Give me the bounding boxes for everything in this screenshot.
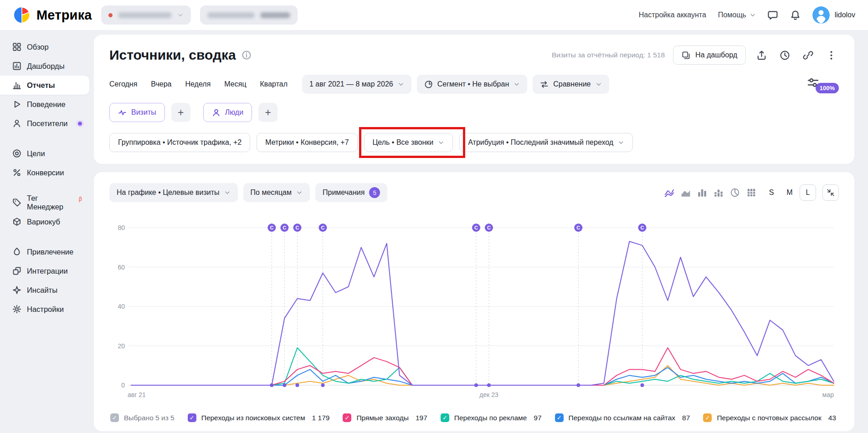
chevron-down-icon xyxy=(398,81,404,87)
sidebar-item-label: Отчеты xyxy=(27,81,55,90)
svg-text:60: 60 xyxy=(118,264,125,271)
compare-select[interactable]: Сравнение xyxy=(533,75,609,94)
chart-size-M[interactable]: M xyxy=(781,184,798,201)
period-tab-0[interactable]: Сегодня xyxy=(109,80,137,88)
add-metric-button[interactable]: + xyxy=(258,103,277,122)
legend-item-4[interactable]: ✓Переходы с почтовых рассылок43 xyxy=(703,413,836,422)
svg-text:C: C xyxy=(270,225,273,230)
chart-type-area-icon[interactable] xyxy=(678,185,694,200)
sidebar-item-label: Тег Менеджер xyxy=(27,194,76,211)
svg-text:C: C xyxy=(487,225,491,230)
period-tab-1[interactable]: Вчера xyxy=(151,80,171,88)
gear-icon xyxy=(12,305,21,314)
sidebar-item-target[interactable]: Цели xyxy=(0,144,89,163)
user-menu[interactable]: lidolov xyxy=(812,6,855,24)
metric-chip-people[interactable]: Люди xyxy=(203,103,252,122)
chart-metric-label: На графике • Целевые визиты xyxy=(117,188,220,197)
add-metric-button[interactable]: + xyxy=(171,103,190,122)
sidebar-item-flame[interactable]: Привлечение xyxy=(0,242,89,261)
sidebar-item-grid[interactable]: Обзор xyxy=(0,37,89,56)
svg-text:C: C xyxy=(282,225,286,230)
filter-chip-2[interactable]: Цель • Все звонки xyxy=(364,133,453,152)
chart-type-pie-icon[interactable] xyxy=(727,185,743,200)
chart-type-stacked-icon[interactable] xyxy=(710,185,727,200)
sampling-control[interactable]: 100% xyxy=(807,76,839,93)
help-label: Помощь xyxy=(718,11,746,19)
filter-chips-row: Группировка • Источник трафика, +2Метрик… xyxy=(109,133,839,152)
info-icon[interactable] xyxy=(241,50,252,60)
legend-item-3[interactable]: ✓Переходы по ссылкам на сайтах87 xyxy=(555,413,690,422)
chevron-down-icon xyxy=(618,139,624,146)
chart-type-lines-icon[interactable] xyxy=(661,185,678,200)
legend-item-0[interactable]: ✓Переходы из поисковых систем1 179 xyxy=(188,413,330,422)
metric-chip-visits[interactable]: Визиты xyxy=(109,103,165,122)
sidebar-item-label: Настройки xyxy=(27,305,64,314)
traffic-sources-chart[interactable]: 020406080CCCCCCCCавг 21дек 23мар xyxy=(109,208,839,408)
visits-summary: Визиты за отчётный период: 1 518 xyxy=(552,51,665,59)
svg-text:80: 80 xyxy=(118,224,125,231)
date-range-label: 1 авг 2021 — 8 мар 2026 xyxy=(309,80,393,88)
chart-legend: ✓Выбрано 5 из 5✓Переходы из поисковых си… xyxy=(109,413,839,425)
sidebar-item-percent[interactable]: Конверсии xyxy=(0,163,89,182)
export-icon[interactable] xyxy=(756,50,767,61)
legend-item-1[interactable]: ✓Прямые заходы197 xyxy=(343,413,427,422)
sidebar-item-cube[interactable]: Вариокуб xyxy=(0,212,89,231)
insights-icon xyxy=(12,285,21,295)
filter-chip-label: Цель • Все звонки xyxy=(373,138,434,147)
notes-toggle[interactable]: Примечания 5 xyxy=(315,183,387,202)
chart-metric-select[interactable]: На графике • Целевые визиты xyxy=(109,183,238,202)
date-range-select[interactable]: 1 авг 2021 — 8 мар 2026 xyxy=(302,75,411,94)
checkbox-checked-icon: ✓ xyxy=(188,413,196,422)
collapse-chart-icon[interactable] xyxy=(822,184,839,201)
filter-chip-0[interactable]: Группировка • Источник трафика, +2 xyxy=(109,133,250,152)
chart-size-L[interactable]: L xyxy=(800,184,816,201)
legend-select-all[interactable]: ✓Выбрано 5 из 5 xyxy=(110,413,175,422)
sidebar-item-person[interactable]: Посетители xyxy=(0,114,89,133)
more-menu-icon[interactable] xyxy=(826,50,837,61)
history-icon[interactable] xyxy=(780,50,790,61)
sidebar-item-reports[interactable]: Отчеты xyxy=(0,76,89,95)
help-menu[interactable]: Помощь xyxy=(718,11,756,19)
share-link-icon[interactable] xyxy=(803,50,813,61)
counter-selector-redacted[interactable] xyxy=(101,5,191,25)
chart-type-columns-icon[interactable] xyxy=(743,185,760,200)
sidebar-item-tag[interactable]: Тег Менеджерβ xyxy=(0,193,89,212)
sidebar-item-label: Привлечение xyxy=(27,248,73,256)
period-tab-3[interactable]: Месяц xyxy=(224,80,246,88)
filter-chip-3[interactable]: Атрибуция • Последний значимый переход xyxy=(459,133,633,152)
checkbox-checked-icon: ✓ xyxy=(703,413,712,422)
notification-dot xyxy=(78,122,82,126)
play-icon xyxy=(12,100,21,109)
chat-icon[interactable] xyxy=(768,10,778,20)
chevron-down-icon xyxy=(438,139,444,146)
filter-chip-1[interactable]: Метрики • Конверсия, +7 xyxy=(257,133,357,152)
to-dashboard-button[interactable]: На дашборд xyxy=(673,46,746,65)
counter-id-redacted[interactable] xyxy=(200,5,298,25)
account-settings-label: Настройка аккаунта xyxy=(639,11,706,19)
account-settings-link[interactable]: Настройка аккаунта xyxy=(639,11,706,19)
sidebar-item-gear[interactable]: Настройки xyxy=(0,300,89,319)
legend-series-value: 197 xyxy=(416,414,427,422)
sidebar-item-insights[interactable]: Инсайты xyxy=(0,280,89,300)
metrica-logo-icon xyxy=(13,6,31,24)
svg-text:C: C xyxy=(641,225,644,230)
legend-item-2[interactable]: ✓Переходы по рекламе97 xyxy=(441,413,542,422)
notes-count-badge: 5 xyxy=(369,187,380,198)
chart-type-bars-icon[interactable] xyxy=(694,185,710,200)
sidebar-item-dashboards[interactable]: Дашборды xyxy=(0,56,89,76)
chart-size-S[interactable]: S xyxy=(763,184,780,201)
granularity-select[interactable]: По месяцам xyxy=(243,183,310,202)
username: lidolov xyxy=(835,11,855,19)
chevron-down-icon xyxy=(750,12,756,18)
sidebar-item-integrations[interactable]: Интеграции xyxy=(0,261,89,280)
period-tab-4[interactable]: Квартал xyxy=(260,80,288,88)
redacted-text xyxy=(260,12,290,18)
chevron-down-icon xyxy=(177,12,184,18)
period-tab-2[interactable]: Неделя xyxy=(185,80,211,88)
sidebar-item-play[interactable]: Поведение xyxy=(0,95,89,114)
metrica-logo[interactable]: Метрика xyxy=(13,6,92,24)
chart-card: На графике • Целевые визиты По месяцам П… xyxy=(94,172,854,431)
chart-view-controls: SML xyxy=(661,184,839,201)
bell-icon[interactable] xyxy=(790,10,801,20)
segment-select[interactable]: Сегмент • Не выбран xyxy=(417,75,528,94)
